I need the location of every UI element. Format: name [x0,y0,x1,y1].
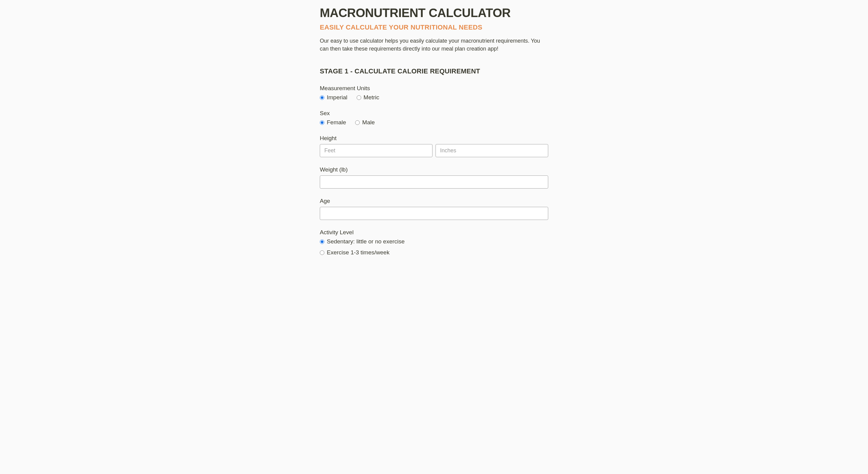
age-input[interactable] [320,207,548,220]
activity-label: Activity Level [320,229,548,236]
units-imperial-text: Imperial [327,94,347,101]
measurement-units-label: Measurement Units [320,85,548,92]
age-group: Age [320,198,548,220]
measurement-units-group: Measurement Units Imperial Metric [320,85,548,101]
weight-label: Weight (lb) [320,166,548,173]
units-imperial-radio[interactable] [320,95,324,100]
sex-male-radio[interactable] [355,120,360,125]
intro-text: Our easy to use calculator helps you eas… [320,37,548,53]
height-inches-input[interactable] [436,144,548,157]
sex-male-option[interactable]: Male [355,119,375,126]
weight-group: Weight (lb) [320,166,548,188]
units-metric-text: Metric [364,94,379,101]
units-metric-option[interactable]: Metric [356,94,379,101]
activity-sedentary-text: Sedentary: little or no exercise [327,238,405,245]
activity-sedentary-radio[interactable] [320,239,324,244]
units-imperial-option[interactable]: Imperial [320,94,347,101]
age-label: Age [320,198,548,204]
sex-male-text: Male [362,119,375,126]
stage1-heading: STAGE 1 - CALCULATE CALORIE REQUIREMENT [320,67,548,75]
height-feet-input[interactable] [320,144,432,157]
activity-light-option[interactable]: Exercise 1-3 times/week [320,249,548,256]
sex-label: Sex [320,110,548,117]
sex-female-radio[interactable] [320,120,324,125]
activity-light-text: Exercise 1-3 times/week [327,249,390,256]
activity-sedentary-option[interactable]: Sedentary: little or no exercise [320,238,548,245]
height-group: Height [320,135,548,157]
sex-group: Sex Female Male [320,110,548,126]
weight-input[interactable] [320,175,548,188]
page-title: MACRONUTRIENT CALCULATOR [320,6,548,20]
sex-female-option[interactable]: Female [320,119,346,126]
height-label: Height [320,135,548,142]
sex-female-text: Female [327,119,346,126]
page-subtitle: EASILY CALCULATE YOUR NUTRITIONAL NEEDS [320,24,548,31]
units-metric-radio[interactable] [356,95,361,100]
activity-group: Activity Level Sedentary: little or no e… [320,229,548,256]
activity-light-radio[interactable] [320,250,324,255]
